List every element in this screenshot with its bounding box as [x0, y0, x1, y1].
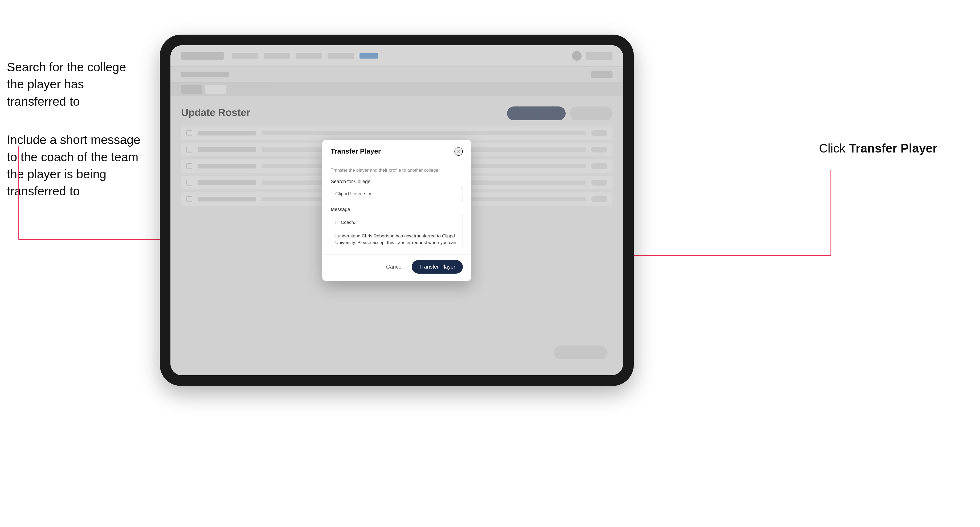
annotation-transfer-bold: Transfer Player: [849, 141, 937, 155]
ipad-screen: Update Roster: [170, 45, 623, 375]
annotation-text-1: Search for the college the player has tr…: [7, 59, 145, 110]
modal-subtitle: Transfer the player and their profile to…: [331, 168, 463, 173]
annotation-text-2: Include a short message to the coach of …: [7, 131, 145, 200]
annotation-left-block: Search for the college the player has tr…: [7, 59, 145, 200]
transfer-player-modal: Transfer Player × Transfer the player an…: [322, 140, 471, 281]
transfer-player-button[interactable]: Transfer Player: [412, 260, 463, 274]
modal-footer: Cancel Transfer Player: [322, 254, 471, 281]
modal-header: Transfer Player ×: [322, 140, 471, 161]
cancel-button[interactable]: Cancel: [381, 261, 407, 273]
ipad-frame: Update Roster: [160, 35, 634, 386]
search-college-label: Search for College: [331, 179, 463, 184]
message-textarea[interactable]: Hi Coach, I understand Chris Robertson h…: [331, 215, 463, 247]
message-label: Message: [331, 207, 463, 213]
annotation-right-text: Click Transfer Player: [819, 141, 937, 155]
annotation-right-block: Click Transfer Player: [819, 141, 937, 156]
modal-overlay: Transfer Player × Transfer the player an…: [170, 45, 623, 375]
search-college-input[interactable]: [331, 187, 463, 201]
modal-close-button[interactable]: ×: [454, 147, 463, 156]
modal-title: Transfer Player: [331, 147, 381, 156]
modal-body: Transfer the player and their profile to…: [322, 161, 471, 254]
